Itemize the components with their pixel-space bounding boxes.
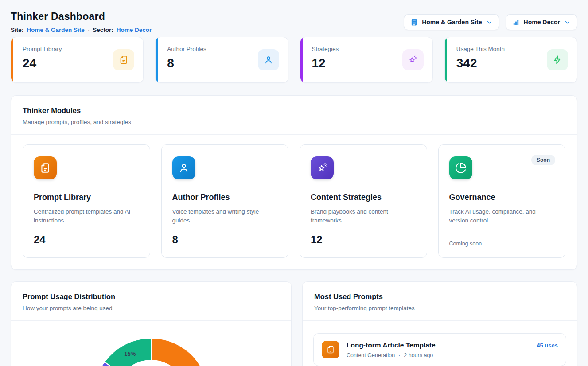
thinker-modules-panel: Thinker Modules Manage prompts, profiles… (11, 95, 577, 270)
module-card-author-profiles[interactable]: Author Profiles Voice templates and writ… (161, 144, 289, 258)
most-used-title: Most Used Prompts (314, 292, 565, 301)
usage-chart-area: 65%20%15% (11, 327, 291, 366)
zap-icon (547, 49, 568, 70)
soon-badge: Soon (531, 155, 555, 165)
stat-value: 12 (312, 56, 339, 70)
module-count: 12 (311, 234, 416, 246)
site-selector-label: Home & Garden Site (422, 19, 482, 26)
most-used-subtitle: Your top-performing prompt templates (314, 305, 565, 311)
module-count: 24 (34, 234, 139, 246)
site-link[interactable]: Home & Garden Site (27, 27, 85, 33)
site-label: Site: (11, 27, 23, 33)
module-title: Author Profiles (172, 193, 278, 202)
prompt-item-time: 2 hours ago (404, 352, 433, 358)
building-icon (410, 19, 418, 26)
stat-text: Strategies 12 (312, 46, 339, 74)
prompt-usage-card: Prompt Usage Distribution How your promp… (11, 281, 292, 366)
most-used-header: Most Used Prompts Your top-performing pr… (303, 282, 577, 321)
usage-title: Prompt Usage Distribution (23, 292, 280, 301)
user-icon (172, 156, 195, 179)
star-sparkles-icon (311, 156, 334, 179)
user-icon (258, 49, 279, 70)
module-count: 8 (172, 234, 278, 246)
sector-selector-button[interactable]: Home Decor (506, 14, 577, 30)
modules-panel-header: Thinker Modules Manage prompts, profiles… (11, 96, 577, 135)
file-text-icon (322, 341, 339, 358)
stat-label: Author Profiles (167, 46, 206, 52)
breadcrumb-separator: · (88, 27, 90, 33)
usage-card-header: Prompt Usage Distribution How your promp… (11, 282, 291, 321)
prompt-item-meta: Content Generation · 2 hours ago (347, 352, 530, 358)
dashboard-page: Thinker Dashboard Site: Home & Garden Si… (0, 0, 588, 366)
sector-selector-label: Home Decor (524, 19, 560, 26)
meta-separator: · (398, 352, 400, 358)
module-description: Voice templates and writing style guides (172, 207, 269, 226)
stat-label: Prompt Library (23, 46, 62, 52)
donut-slice-label: 15% (124, 350, 136, 357)
stat-card-strategies: Strategies 12 (300, 37, 433, 83)
usage-donut-chart: 65%20%15% (11, 327, 291, 366)
stat-value: 342 (456, 56, 505, 70)
modules-title: Thinker Modules (23, 106, 565, 115)
header-selectors: Home & Garden Site Home Decor (404, 14, 577, 30)
prompt-item-body: Long-form Article Template Content Gener… (347, 341, 530, 358)
stat-label: Strategies (312, 46, 339, 52)
stat-card-author-profiles: Author Profiles 8 (155, 37, 288, 83)
module-description: Centralized prompt templates and AI inst… (34, 207, 131, 226)
coming-soon-text: Coming soon (449, 241, 555, 247)
stat-card-usage: Usage This Month 342 (444, 37, 577, 83)
module-description: Track AI usage, compliance, and version … (449, 207, 546, 226)
module-card-governance[interactable]: Soon Governance Track AI usage, complian… (438, 144, 566, 258)
most-used-prompts-card: Most Used Prompts Your top-performing pr… (302, 281, 577, 366)
stat-card-prompt-library: Prompt Library 24 (11, 37, 144, 83)
sector-label: Sector: (93, 27, 113, 33)
bottom-row: Prompt Usage Distribution How your promp… (11, 281, 577, 366)
bar-chart-icon (512, 19, 520, 26)
page-header: Thinker Dashboard Site: Home & Garden Si… (11, 11, 577, 33)
pie-chart-icon (449, 156, 472, 179)
stat-text: Usage This Month 342 (456, 46, 505, 74)
page-title: Thinker Dashboard (11, 11, 152, 23)
stat-text: Author Profiles 8 (167, 46, 206, 74)
breadcrumb: Site: Home & Garden Site · Sector: Home … (11, 27, 152, 33)
site-selector-button[interactable]: Home & Garden Site (404, 14, 499, 30)
file-text-icon (34, 156, 57, 179)
stat-label: Usage This Month (456, 46, 505, 52)
star-sparkles-icon (402, 49, 424, 70)
modules-subtitle: Manage prompts, profiles, and strategies (23, 119, 565, 125)
prompt-list-item[interactable]: Long-form Article Template Content Gener… (313, 333, 566, 366)
module-card-content-strategies[interactable]: Content Strategies Brand playbooks and c… (300, 144, 427, 258)
module-divider (449, 234, 555, 234)
stat-value: 24 (23, 56, 62, 70)
sector-link[interactable]: Home Decor (117, 27, 152, 33)
module-card-prompt-library[interactable]: Prompt Library Centralized prompt templa… (23, 144, 150, 258)
prompt-item-title: Long-form Article Template (347, 341, 530, 349)
chevron-down-icon (564, 19, 571, 26)
prompt-item-uses-badge: 45 uses (537, 342, 558, 349)
stat-value: 8 (167, 56, 206, 70)
module-title: Governance (449, 193, 555, 202)
stats-row: Prompt Library 24 Author Profiles 8 (11, 37, 577, 83)
file-text-icon (113, 49, 134, 70)
modules-grid: Prompt Library Centralized prompt templa… (11, 135, 577, 269)
prompt-item-category: Content Generation (347, 352, 395, 358)
module-description: Brand playbooks and content frameworks (311, 207, 408, 226)
module-title: Prompt Library (34, 193, 139, 202)
module-title: Content Strategies (311, 193, 416, 202)
stat-text: Prompt Library 24 (23, 46, 62, 74)
header-titles: Thinker Dashboard Site: Home & Garden Si… (11, 11, 152, 33)
usage-subtitle: How your prompts are being used (23, 305, 280, 311)
chevron-down-icon (486, 19, 493, 26)
